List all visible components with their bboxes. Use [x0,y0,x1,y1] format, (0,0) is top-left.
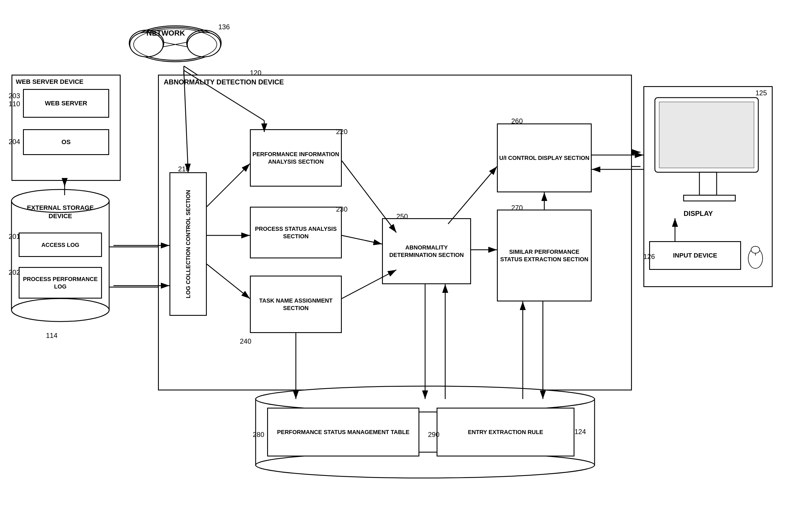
svg-point-35 [11,299,109,321]
entry-extraction-box: ENTRY EXTRACTION RULE [436,408,575,456]
external-storage-ref: 114 [46,332,58,340]
svg-rect-39 [659,102,754,168]
performance-info-ref: 220 [336,128,348,136]
display-monitor: DISPLAY [649,95,770,224]
external-storage-cylinder: EXTERNAL STORAGE DEVICE ACCESS LOG PROCE… [9,184,112,327]
input-device-box: INPUT DEVICE [649,241,741,270]
process-status-box: PROCESS STATUS ANALYSIS SECTION [250,207,342,259]
similar-perf-ref: 270 [511,204,523,212]
ui-control-ref: 260 [511,117,523,125]
entry-extraction-ref: 290 [428,431,440,439]
perf-status-table-box: PERFORMANCE STATUS MANAGEMENT TABLE [267,408,419,456]
network-label: NETWORK [147,29,185,38]
process-perf-ref: 202 [9,268,20,276]
web-server-box: WEB SERVER [23,89,109,118]
task-name-ref: 240 [240,337,251,345]
log-collection-box: LOG COLLECTION CONTROL SECTION [169,172,207,316]
process-perf-log-box: PROCESS PERFORMANCE LOG [19,267,102,299]
perf-status-ref: 280 [253,431,264,439]
abnormality-device-ref: 120 [250,69,261,77]
diagram: NETWORK 136 ABNORMALITY DETECTION DEVICE… [0,0,812,509]
web-server-device-label: WEB SERVER DEVICE [16,78,84,86]
bottom-db-cylinder: PERFORMANCE STATUS MANAGEMENT TABLE ENTR… [253,385,597,479]
access-log-ref: 201 [9,233,20,241]
svg-point-42 [751,246,760,253]
external-storage-label: EXTERNAL STORAGE DEVICE [17,204,103,220]
abnormality-device-label: ABNORMALITY DETECTION DEVICE [164,78,284,86]
process-status-ref: 230 [336,205,348,213]
display-ref: 125 [755,89,767,97]
log-collection-ref: 210 [178,165,190,173]
svg-point-31 [187,32,221,57]
web-server-ref: 110 [9,100,20,108]
display-label: DISPLAY [684,210,713,217]
performance-info-box: PERFORMANCE INFORMATION ANALYSIS SECTION [250,129,342,186]
input-device-ref: 126 [643,252,655,261]
mouse-icon [744,241,767,270]
abnormality-det-ref: 250 [396,212,408,220]
network-ref: 136 [218,23,230,31]
ui-control-box: U/I CONTROL DISPLAY SECTION [497,124,592,192]
abnormality-det-box: ABNORMALITY DETERMINATION SECTION [382,218,471,284]
db-ref: 124 [575,428,586,436]
os-ref: 204 [9,138,20,146]
os-box: OS [23,129,109,155]
access-log-box: ACCESS LOG [19,233,102,257]
network-cloud [124,14,227,69]
svg-rect-38 [684,195,735,201]
svg-rect-37 [700,172,717,195]
task-name-box: TASK NAME ASSIGNMENT SECTION [250,276,342,333]
web-server-device-ref: 203 [9,92,20,100]
similar-perf-box: SIMILAR PERFORMANCE STATUS EXTRACTION SE… [497,210,592,301]
input-device-area: INPUT DEVICE [649,241,770,287]
